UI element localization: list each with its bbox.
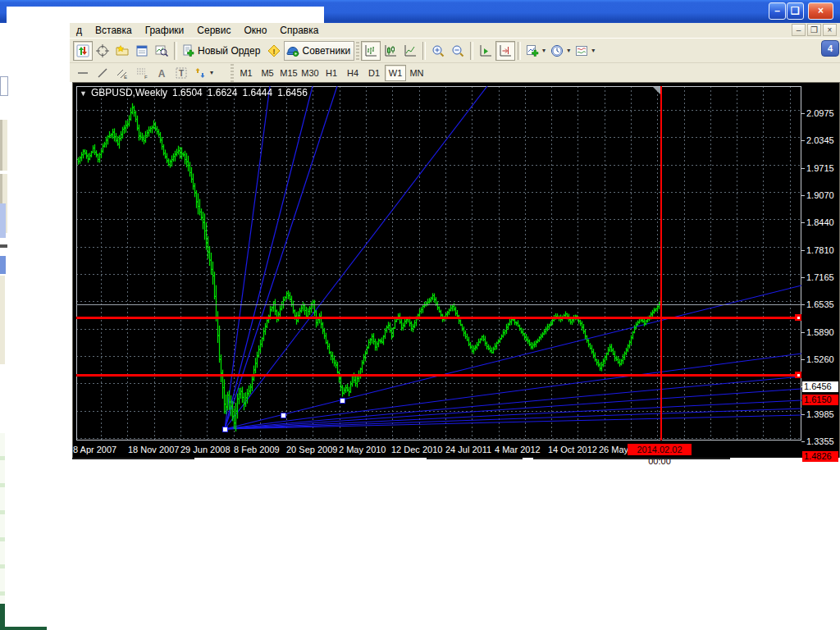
timeframe-m30-button[interactable]: M30 xyxy=(299,65,321,81)
svg-text:A: A xyxy=(158,67,166,79)
data-window-button[interactable] xyxy=(132,41,152,61)
svg-text:!: ! xyxy=(273,47,276,55)
trendline-tool-icon xyxy=(96,66,109,80)
timeframe-d1-button[interactable]: D1 xyxy=(363,65,385,81)
window-minimize-button[interactable]: – xyxy=(769,2,786,20)
toolbar-overflow-badge[interactable]: 4 xyxy=(821,40,839,57)
hline-tool-button[interactable] xyxy=(73,63,93,83)
bars-chart-button[interactable] xyxy=(361,41,381,61)
expert-advisors-button[interactable]: Советники xyxy=(284,41,354,61)
window-close-button[interactable]: × xyxy=(808,2,833,20)
time-axis-label: 14 Oct 2012 xyxy=(548,445,597,454)
toolbar-separator xyxy=(422,42,426,60)
text-tool-button[interactable]: A xyxy=(152,63,171,83)
price-axis-label: 1.3985 xyxy=(806,409,834,419)
bars-chart-icon xyxy=(364,44,377,57)
warning-diamond-button[interactable]: ! xyxy=(264,41,284,61)
timeframe-m1-button[interactable]: M1 xyxy=(235,65,257,81)
child-window-buttons: – ❐ × xyxy=(792,24,837,36)
new-order-label: Новый Ордер xyxy=(198,45,262,57)
add-indicator-icon xyxy=(526,44,539,57)
dropdown-arrow-icon[interactable]: ▾ xyxy=(567,47,570,54)
left-edge-fragment xyxy=(0,76,8,96)
timeframe-w1-button[interactable]: W1 xyxy=(385,65,406,81)
chart-symbol-label: GBPUSD,Weekly xyxy=(91,87,167,98)
strategy-tester-icon xyxy=(155,44,168,57)
strategy-tester-button[interactable] xyxy=(152,41,171,61)
menu-item-0[interactable]: д xyxy=(70,23,89,38)
hline-price-marker-lower: 1.4826 xyxy=(802,451,838,462)
left-edge-fragment xyxy=(0,120,7,171)
svg-text:E: E xyxy=(124,74,127,79)
toolbar-separator xyxy=(470,42,473,60)
left-edge-fragment xyxy=(0,433,5,605)
time-axis-label: 26 May xyxy=(599,445,628,454)
time-axis-label: 29 Jun 2008 xyxy=(180,445,231,454)
child-minimize-button[interactable]: – xyxy=(792,24,806,36)
toolbar-separator xyxy=(518,42,521,60)
candles-chart-icon xyxy=(384,44,397,57)
line-chart-icon xyxy=(404,44,417,57)
chart-high-value: 1.6624 xyxy=(208,87,238,98)
timeframe-m15-button[interactable]: M15 xyxy=(278,65,299,81)
price-tick xyxy=(801,414,805,415)
chart-updown-button[interactable] xyxy=(73,41,93,61)
price-axis-label: 2.0975 xyxy=(806,108,834,118)
timeframe-h1-button[interactable]: H1 xyxy=(321,65,342,81)
dropdown-arrow-icon[interactable]: ▾ xyxy=(542,47,546,54)
chart-shift-button[interactable] xyxy=(495,41,515,61)
svg-text:F: F xyxy=(144,74,148,79)
profiles-folder-star-button[interactable] xyxy=(112,41,132,61)
toolbar-line-studies-periods: EFAT▾M1M5M15M30H1H4D1W1MN xyxy=(70,62,840,82)
child-restore-button[interactable]: ❐ xyxy=(807,24,821,36)
zoom-in-button[interactable] xyxy=(428,41,448,61)
timeframe-h4-button[interactable]: H4 xyxy=(342,65,363,81)
left-edge-fragment xyxy=(0,203,6,238)
arrow-tool-button[interactable]: ▾ xyxy=(191,63,216,83)
price-axis-label: 1.9070 xyxy=(806,190,834,200)
menu-item-4[interactable]: Окно xyxy=(237,23,273,38)
zoom-out-button[interactable] xyxy=(448,41,468,61)
menu-item-2[interactable]: Графики xyxy=(139,23,191,38)
auto-scroll-button[interactable] xyxy=(476,41,495,61)
periods-clock-button[interactable]: ▾ xyxy=(548,41,573,61)
timeframe-m5-button[interactable]: M5 xyxy=(257,65,278,81)
window-maximize-button[interactable]: ❑ xyxy=(787,2,804,20)
price-axis-label: 1.6535 xyxy=(806,299,834,309)
line-chart-button[interactable] xyxy=(400,41,420,61)
menu-item-3[interactable]: Сервис xyxy=(190,23,237,38)
menu-item-1[interactable]: Вставка xyxy=(89,23,139,38)
svg-text:T: T xyxy=(179,69,184,78)
crosshair-icon xyxy=(96,44,109,57)
price-axis-label: 1.7165 xyxy=(806,272,834,282)
data-window-icon xyxy=(135,44,148,57)
timeframe-mn-button[interactable]: MN xyxy=(406,65,427,81)
chevron-down-icon[interactable]: ▼ xyxy=(80,89,87,98)
menu-item-5[interactable]: Справка xyxy=(273,23,325,38)
price-axis-label: 1.3355 xyxy=(806,436,834,446)
arrow-tool-icon xyxy=(194,66,207,80)
chart-header: ▼GBPUSD,Weekly1.65041.66241.64441.6456 xyxy=(80,87,313,98)
toolbar-separator xyxy=(174,42,177,60)
chart-close-value: 1.6456 xyxy=(277,87,308,98)
price-tick xyxy=(801,140,805,141)
time-axis-label: 2 May 2010 xyxy=(339,445,386,454)
channel-tool-button[interactable]: E xyxy=(112,63,132,83)
child-close-button[interactable]: × xyxy=(823,24,837,36)
templates-button[interactable]: ▾ xyxy=(573,41,597,61)
price-chart-canvas[interactable] xyxy=(76,86,801,441)
time-axis-label: 12 Dec 2010 xyxy=(391,445,442,454)
fibonacci-tool-button[interactable]: F xyxy=(132,63,152,83)
dropdown-arrow-icon[interactable]: ▾ xyxy=(591,47,595,54)
new-order-button[interactable]: Новый Ордер xyxy=(180,41,264,61)
trendline-tool-button[interactable] xyxy=(93,63,112,83)
window-edge-segment xyxy=(427,458,523,459)
add-indicator-button[interactable]: ▾ xyxy=(523,41,548,61)
warning-diamond-icon: ! xyxy=(267,44,281,57)
candles-chart-button[interactable] xyxy=(381,41,400,61)
dropdown-arrow-icon[interactable]: ▾ xyxy=(210,69,213,76)
crosshair-button[interactable] xyxy=(93,41,112,61)
time-axis-label: 8 Apr 2007 xyxy=(73,445,116,454)
auto-scroll-icon xyxy=(479,44,492,57)
label-tool-button[interactable]: T xyxy=(171,63,191,83)
